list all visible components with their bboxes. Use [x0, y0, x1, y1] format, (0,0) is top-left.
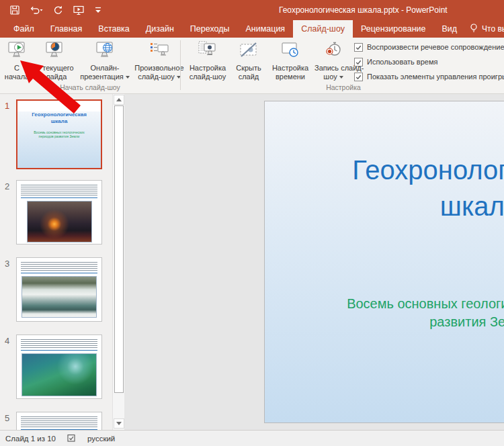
- up-arrow-icon: [116, 98, 122, 101]
- thumb-subtitle-text: Восемь основных геологических периодов р…: [30, 130, 89, 138]
- thumbnail-scrollbar[interactable]: [112, 94, 124, 430]
- slide-thumbnail-1[interactable]: Геохронологическая шкала Восемь основных…: [16, 99, 102, 169]
- document-area: 1 Геохронологическая шкала Восемь основн…: [0, 94, 504, 430]
- slide-number: 1: [5, 101, 9, 111]
- slide-thumbnail-3[interactable]: [16, 257, 102, 322]
- ribbon-tab-row: Файл Главная Вставка Дизайн Переходы Ани…: [0, 20, 504, 38]
- setup-screen-icon: [197, 40, 218, 64]
- tab-home[interactable]: Главная: [42, 20, 91, 38]
- slide-canvas[interactable]: Геохронологическая шкала Восемь основных…: [264, 101, 504, 423]
- dropdown-caret-icon: [126, 76, 130, 79]
- slide-thumbnail-4[interactable]: [16, 334, 102, 399]
- play-narrations-checkbox[interactable]: Воспроизвести речевое сопровождение: [354, 40, 504, 54]
- undo-icon[interactable]: [28, 2, 44, 18]
- thumb-text-lines: [21, 339, 97, 349]
- slide-number: 3: [5, 259, 9, 269]
- language-indicator[interactable]: русский: [82, 435, 120, 443]
- thumb-text-lines: [21, 262, 97, 271]
- slide-thumbnail-5[interactable]: [16, 412, 102, 430]
- tab-insert[interactable]: Вставка: [90, 20, 137, 38]
- list-screen-icon: [149, 40, 170, 64]
- group-label-start-slideshow: Начать слайд-шоу: [0, 83, 180, 91]
- dropdown-caret-icon: [339, 76, 343, 79]
- checkbox-checked-icon: [354, 73, 363, 81]
- redo-icon[interactable]: [51, 2, 65, 18]
- title-bar: Геохронологическая шкала.pptx - PowerPoi…: [0, 0, 504, 20]
- customize-qat-icon[interactable]: [93, 2, 103, 18]
- slide-number: 5: [5, 413, 9, 423]
- volcano-eruption-image: [27, 201, 92, 242]
- slide-thumbnail-2[interactable]: [16, 180, 102, 244]
- quick-access-toolbar: [8, 0, 103, 20]
- slide-subtitle-text[interactable]: Восемь основных геологических периодов р…: [325, 295, 504, 331]
- scrollbar-thumb[interactable]: [114, 105, 124, 393]
- slide-number: 4: [5, 336, 9, 346]
- slide-number: 2: [5, 181, 9, 191]
- tab-transitions[interactable]: Переходы: [182, 20, 238, 38]
- thumb-divider: [21, 197, 97, 198]
- down-arrow-icon: [116, 422, 122, 425]
- tab-view[interactable]: Вид: [433, 20, 465, 38]
- use-timings-checkbox[interactable]: Использовать время: [354, 54, 504, 69]
- window-title: Геохронологическая шкала.pptx - PowerPoi…: [279, 0, 448, 20]
- start-slideshow-icon[interactable]: [71, 2, 86, 18]
- slide-title-text[interactable]: Геохронологическая шкала: [325, 152, 504, 224]
- snowy-landscape-image: [22, 276, 97, 318]
- timer-slide-icon: [280, 40, 301, 64]
- record-clock-icon: [323, 40, 344, 64]
- slideshow-options: Воспроизвести речевое сопровождение Испо…: [354, 40, 504, 84]
- tell-me-label: Что вы хотите с: [482, 24, 504, 34]
- slide-indicator: Слайд 1 из 10: [0, 435, 61, 443]
- underwater-plants-image: [22, 353, 97, 396]
- thumb-text-lines: [21, 185, 97, 196]
- hide-slide-icon: [238, 40, 259, 64]
- thumb-title-text: Геохронологическая шкала: [27, 112, 91, 125]
- tab-slideshow[interactable]: Слайд-шоу: [293, 20, 353, 38]
- tab-file[interactable]: Файл: [5, 20, 42, 38]
- globe-screen-icon: [94, 40, 116, 64]
- thumb-text-lines: [21, 416, 97, 428]
- ribbon-slideshow-panel: С начала С текущего слайда Онлайн- презе…: [0, 38, 504, 94]
- thumb-divider: [21, 350, 97, 351]
- checkbox-checked-icon: [354, 58, 363, 66]
- tab-review[interactable]: Рецензирование: [353, 20, 434, 38]
- thumb-divider: [21, 273, 97, 273]
- group-separator: [180, 40, 181, 90]
- show-media-controls-checkbox[interactable]: Показать элементы управления проигры: [354, 69, 504, 84]
- tell-me-box[interactable]: Что вы хотите с: [465, 20, 504, 38]
- status-bar: Слайд 1 из 10 русский: [0, 430, 504, 446]
- slide-thumbnail-panel: 1 Геохронологическая шкала Восемь основн…: [0, 94, 112, 430]
- scroll-up-button[interactable]: [114, 95, 124, 105]
- pie-screen-icon: [44, 40, 65, 64]
- group-label-setup: Настройка: [183, 83, 504, 91]
- save-icon[interactable]: [8, 2, 22, 18]
- lightbulb-icon: [469, 23, 478, 35]
- tab-design[interactable]: Дизайн: [138, 20, 182, 38]
- play-screen-icon: [6, 40, 28, 64]
- scroll-down-button[interactable]: [114, 418, 124, 429]
- proofing-check-icon[interactable]: [61, 433, 82, 443]
- checkbox-checked-icon: [354, 43, 363, 52]
- title-slide-preview: Геохронологическая шкала Восемь основных…: [17, 112, 101, 169]
- tab-animations[interactable]: Анимация: [237, 20, 293, 38]
